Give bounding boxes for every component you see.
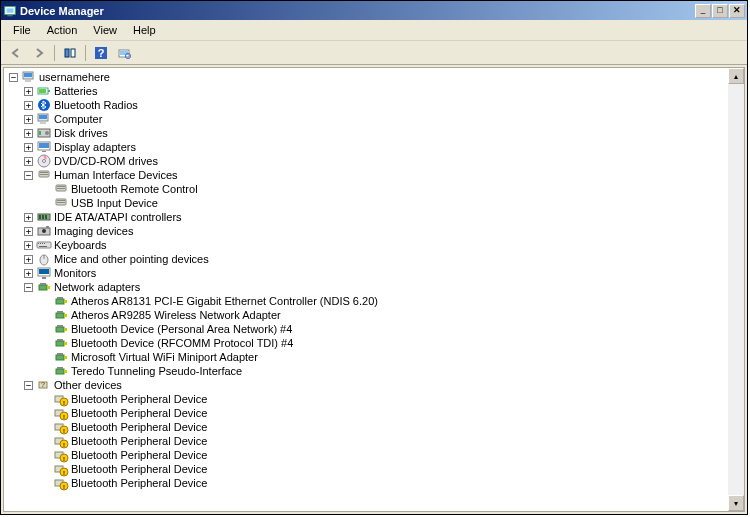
- category-label: Monitors: [54, 267, 96, 279]
- svg-rect-73: [56, 369, 64, 374]
- tree-device[interactable]: Microsoft Virtual WiFi Miniport Adapter: [6, 350, 726, 364]
- category-label: IDE ATA/ATAPI controllers: [54, 211, 182, 223]
- svg-rect-61: [56, 313, 64, 318]
- expander-icon[interactable]: +: [24, 101, 33, 110]
- scroll-up-button[interactable]: ▴: [728, 68, 744, 84]
- root-label: usernamehere: [39, 71, 110, 83]
- tree-scroll-area: −usernamehere+Batteries+Bluetooth Radios…: [4, 68, 728, 511]
- minimize-button[interactable]: _: [695, 4, 711, 18]
- show-hide-button[interactable]: [59, 43, 81, 63]
- tree-category[interactable]: +Bluetooth Radios: [6, 98, 726, 112]
- tree-category[interactable]: +Imaging devices: [6, 224, 726, 238]
- tree-device[interactable]: !Bluetooth Peripheral Device: [6, 476, 726, 490]
- scroll-down-button[interactable]: ▾: [728, 495, 744, 511]
- svg-rect-59: [64, 300, 67, 303]
- window-controls: _ □ ✕: [695, 4, 745, 18]
- tree-category[interactable]: +Batteries: [6, 84, 726, 98]
- tree-device[interactable]: !Bluetooth Peripheral Device: [6, 462, 726, 476]
- expander-icon[interactable]: −: [24, 381, 33, 390]
- menubar: File Action View Help: [1, 20, 747, 41]
- tree-category[interactable]: +IDE ATA/ATAPI controllers: [6, 210, 726, 224]
- expander-icon[interactable]: +: [24, 143, 33, 152]
- expander-icon[interactable]: −: [24, 283, 33, 292]
- maximize-button[interactable]: □: [712, 4, 728, 18]
- svg-rect-74: [64, 370, 67, 373]
- device-manager-window: Device Manager _ □ ✕ File Action View He…: [0, 0, 748, 515]
- close-button[interactable]: ✕: [729, 4, 745, 18]
- window-title: Device Manager: [20, 5, 695, 17]
- svg-text:?: ?: [98, 47, 105, 59]
- other-icon: ?: [36, 377, 52, 393]
- tree-device[interactable]: Bluetooth Remote Control: [6, 182, 726, 196]
- expander-icon[interactable]: +: [24, 241, 33, 250]
- svg-rect-72: [57, 353, 63, 355]
- expander-icon[interactable]: +: [24, 227, 33, 236]
- expander-icon[interactable]: +: [24, 115, 33, 124]
- titlebar[interactable]: Device Manager _ □ ✕: [1, 1, 747, 20]
- tree-device[interactable]: Atheros AR8131 PCI-E Gigabit Ethernet Co…: [6, 294, 726, 308]
- tree-category[interactable]: +Computer: [6, 112, 726, 126]
- tree-category[interactable]: +Display adapters: [6, 140, 726, 154]
- tree-category[interactable]: −?Other devices: [6, 378, 726, 392]
- svg-point-42: [42, 229, 46, 233]
- svg-point-21: [45, 131, 49, 135]
- tree-device[interactable]: USB Input Device: [6, 196, 726, 210]
- expander-icon[interactable]: −: [24, 171, 33, 180]
- tree-category[interactable]: −Human Interface Devices: [6, 168, 726, 182]
- tree-category[interactable]: +DVD/CD-ROM drives: [6, 154, 726, 168]
- tree-device[interactable]: Teredo Tunneling Pseudo-Interface: [6, 364, 726, 378]
- category-label: Human Interface Devices: [54, 169, 178, 181]
- svg-rect-75: [57, 367, 63, 369]
- svg-rect-36: [57, 202, 65, 203]
- svg-rect-4: [71, 49, 75, 57]
- tree-root[interactable]: −usernamehere: [6, 70, 726, 84]
- tree-category[interactable]: +Monitors: [6, 266, 726, 280]
- device-label: Bluetooth Peripheral Device: [71, 435, 207, 447]
- tree-device[interactable]: !Bluetooth Peripheral Device: [6, 448, 726, 462]
- svg-rect-45: [38, 243, 39, 244]
- forward-button[interactable]: [28, 43, 50, 63]
- help-button[interactable]: ?: [90, 43, 112, 63]
- tree-device[interactable]: Atheros AR9285 Wireless Network Adapter: [6, 308, 726, 322]
- expander-icon[interactable]: +: [24, 157, 33, 166]
- tree-category[interactable]: −Network adapters: [6, 280, 726, 294]
- device-label: Bluetooth Peripheral Device: [71, 449, 207, 461]
- tree-device[interactable]: !Bluetooth Peripheral Device: [6, 434, 726, 448]
- svg-point-16: [38, 99, 50, 111]
- svg-rect-70: [56, 355, 64, 360]
- svg-rect-65: [64, 328, 67, 331]
- category-label: Network adapters: [54, 281, 140, 293]
- back-button[interactable]: [5, 43, 27, 63]
- tree-device[interactable]: !Bluetooth Peripheral Device: [6, 406, 726, 420]
- expander-icon[interactable]: +: [24, 213, 33, 222]
- svg-rect-14: [48, 90, 50, 92]
- category-label: Batteries: [54, 85, 97, 97]
- tree-device[interactable]: !Bluetooth Peripheral Device: [6, 392, 726, 406]
- tree-category[interactable]: +Disk drives: [6, 126, 726, 140]
- tree-device[interactable]: !Bluetooth Peripheral Device: [6, 420, 726, 434]
- expander-icon[interactable]: +: [24, 269, 33, 278]
- device-label: Bluetooth Peripheral Device: [71, 477, 207, 489]
- tree-category[interactable]: +Mice and other pointing devices: [6, 252, 726, 266]
- svg-rect-18: [39, 115, 47, 119]
- expander-icon[interactable]: +: [24, 87, 33, 96]
- category-label: Mice and other pointing devices: [54, 253, 209, 265]
- svg-rect-55: [39, 285, 47, 290]
- menu-help[interactable]: Help: [125, 22, 164, 38]
- device-label: Atheros AR9285 Wireless Network Adapter: [71, 309, 281, 321]
- category-label: Bluetooth Radios: [54, 99, 138, 111]
- svg-rect-44: [37, 242, 51, 248]
- scan-button[interactable]: [113, 43, 135, 63]
- expander-icon[interactable]: −: [9, 73, 18, 82]
- category-label: Computer: [54, 113, 102, 125]
- expander-icon[interactable]: +: [24, 255, 33, 264]
- tree-device[interactable]: Bluetooth Device (RFCOMM Protocol TDI) #…: [6, 336, 726, 350]
- category-label: Keyboards: [54, 239, 107, 251]
- tree-device[interactable]: Bluetooth Device (Personal Area Network)…: [6, 322, 726, 336]
- menu-action[interactable]: Action: [39, 22, 86, 38]
- vertical-scrollbar[interactable]: ▴ ▾: [728, 68, 744, 511]
- menu-view[interactable]: View: [85, 22, 125, 38]
- menu-file[interactable]: File: [5, 22, 39, 38]
- expander-icon[interactable]: +: [24, 129, 33, 138]
- tree-category[interactable]: +Keyboards: [6, 238, 726, 252]
